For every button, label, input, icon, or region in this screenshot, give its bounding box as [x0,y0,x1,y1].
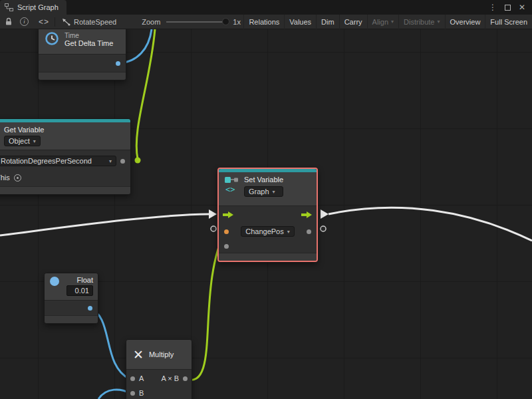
float-icon [49,276,60,297]
node-multiply[interactable]: ✕ Multiply A A × B B [126,339,192,399]
hollow-port-right[interactable] [321,226,326,231]
node-get-delta-time[interactable]: Time Get Delta Time [38,29,126,80]
node-float[interactable]: Float 0.01 [44,273,98,324]
graph-name: RotateSpeed [74,18,116,26]
align-button: Align ▾ [367,15,398,29]
fullscreen-button[interactable]: Full Screen [485,15,532,29]
variable-scope-dropdown[interactable]: Object ▾ [4,136,41,146]
multiply-a-port[interactable] [130,376,135,381]
port-b-label: B [139,389,144,397]
hollow-port-left[interactable] [211,226,216,231]
zoom-slider-knob[interactable] [222,18,229,25]
carry-button[interactable]: Carry [339,15,367,29]
graph-canvas[interactable]: Time Get Delta Time Get Variable Object … [0,29,532,399]
chevron-down-icon: ▾ [287,229,290,235]
float-value-field[interactable]: 0.01 [66,285,93,296]
values-button[interactable]: Values [284,15,316,29]
kebab-menu-icon[interactable]: ⋮ [489,3,497,12]
dim-button[interactable]: Dim [316,15,339,29]
variable-name-dropdown[interactable]: RotationDegreesPerSecond ▾ [0,156,116,166]
fallback-port[interactable] [224,244,229,249]
variable-name-dropdown[interactable]: ChangePos ▾ [241,226,295,237]
script-graph-tab-icon [5,3,13,11]
multiply-b-port[interactable] [130,391,135,396]
node-get-variable[interactable]: Get Variable Object ▾ RotationDegreesPer… [0,118,131,195]
wire-value-blue-b[interactable] [98,390,130,399]
unity-script-graph-window: Script Graph ⋮ ✕ i <> RotateSpeed Zoom [0,0,532,399]
lock-icon[interactable] [5,17,13,26]
variable-name-port[interactable] [120,159,125,164]
multiply-result-port[interactable] [183,376,188,381]
port-a-label: A [139,374,144,382]
set-variable-icon: <> [224,176,240,202]
node-set-variable[interactable]: <> Set Variable Graph ▾ [217,168,318,262]
object-picker-icon[interactable] [14,174,21,182]
clock-icon [44,31,60,48]
chevron-down-icon: ▾ [438,19,440,25]
wire-green-endpoint [135,158,141,164]
node-footer [219,253,317,261]
value-input-port[interactable] [224,229,229,234]
flow-out-port[interactable] [301,211,313,219]
node-title: Float [77,276,93,284]
wire-flow-right[interactable] [329,207,532,241]
graph-toolbar: i <> RotateSpeed Zoom 1x Relations Value… [0,15,532,29]
zoom-label: Zoom [142,18,160,26]
node-footer [0,186,130,194]
zoom-slider[interactable] [166,21,227,23]
chevron-down-icon: ▾ [33,138,36,144]
svg-text:<>: <> [225,185,235,194]
chevron-down-icon: ▾ [391,19,394,25]
node-title: Multiply [149,350,174,358]
maximize-icon[interactable] [505,5,511,11]
target-label: This [0,174,10,182]
overview-button[interactable]: Overview [445,15,485,29]
window-controls: ⋮ ✕ [489,3,532,12]
close-icon[interactable]: ✕ [519,3,525,12]
delta-time-output-port[interactable] [116,61,120,66]
relations-button[interactable]: Relations [243,15,284,29]
toolbar-button-group: Relations Values Dim Carry Align ▾ Distr… [243,15,532,29]
flow-arrowhead-right [321,209,329,219]
float-output-port[interactable] [88,306,92,311]
multiply-icon: ✕ [133,347,144,362]
tab-title: Script Graph [17,3,59,11]
node-footer [39,72,126,80]
distribute-button: Distribute ▾ [398,15,444,29]
zoom-value: 1x [233,18,241,26]
node-caption: Time [65,32,113,39]
node-title: Get Delta Time [65,39,113,47]
chevron-down-icon: ▾ [109,158,112,164]
node-title: Set Variable [244,176,283,184]
info-icon[interactable]: i [20,17,29,26]
flow-arrowhead-left [209,209,217,219]
node-footer [45,315,98,323]
variable-scope-dropdown[interactable]: Graph ▾ [244,186,283,197]
port-result-label: A × B [161,374,179,382]
graph-asset-icon [62,18,70,26]
toolbar-separator [55,17,55,27]
code-icon[interactable]: <> [39,17,49,27]
chevron-down-icon: ▾ [273,189,275,195]
tab-script-graph[interactable]: Script Graph [0,0,66,15]
node-title: Get Variable [4,124,125,136]
flow-in-port[interactable] [223,211,234,219]
wire-flow-left[interactable] [0,214,209,235]
value-output-port[interactable] [307,229,311,234]
tab-bar: Script Graph ⋮ ✕ [0,0,532,15]
